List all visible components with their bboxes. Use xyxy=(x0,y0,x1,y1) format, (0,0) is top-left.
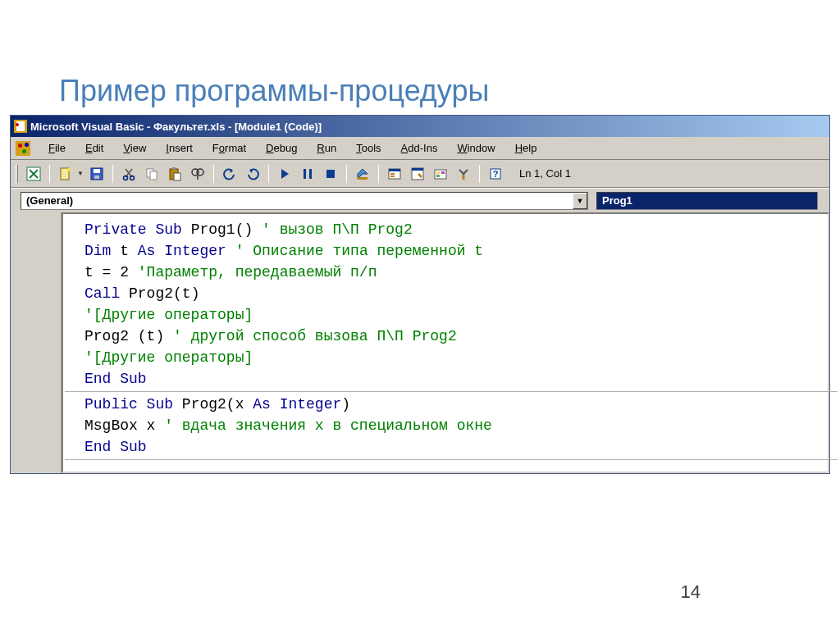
separator-icon xyxy=(346,165,347,183)
separator-icon xyxy=(268,165,269,183)
object-browser-button[interactable] xyxy=(430,163,451,185)
svg-rect-11 xyxy=(172,167,176,170)
procedure-separator xyxy=(65,391,838,392)
slide-title: Пример программы-процедуры xyxy=(59,74,489,108)
reset-button[interactable] xyxy=(320,163,341,185)
chevron-down-icon[interactable]: ▼ xyxy=(573,193,587,209)
code-editor[interactable]: Private Sub Prog1() ' вызов П\П Prog2 Di… xyxy=(62,212,829,473)
menu-run[interactable]: Run xyxy=(307,139,346,157)
procedure-combo-text: Prog1 xyxy=(597,194,817,207)
grip-icon xyxy=(16,165,18,183)
page-number: 14 xyxy=(681,581,701,603)
object-combo[interactable]: (General) ▼ xyxy=(21,192,588,210)
help-button[interactable]: ? xyxy=(485,163,506,185)
find-button[interactable] xyxy=(187,163,208,185)
separator-icon xyxy=(213,165,214,183)
svg-rect-17 xyxy=(326,170,335,178)
separator-icon xyxy=(479,165,480,183)
code-area: Private Sub Prog1() ' вызов П\П Prog2 Di… xyxy=(11,212,829,473)
menu-format[interactable]: Format xyxy=(203,139,256,157)
properties-button[interactable] xyxy=(407,163,428,185)
mdi-icon xyxy=(16,141,30,156)
menu-file[interactable]: File xyxy=(39,139,75,157)
procedure-separator xyxy=(65,459,838,460)
svg-point-2 xyxy=(67,168,71,171)
menu-insert[interactable]: Insert xyxy=(156,139,203,157)
margin-indicator-bar xyxy=(11,212,62,473)
separator-icon xyxy=(49,165,50,183)
svg-rect-27 xyxy=(441,171,445,174)
menu-addins[interactable]: Add-Ins xyxy=(391,139,448,157)
svg-rect-5 xyxy=(94,175,99,179)
object-combo-text: (General) xyxy=(21,194,573,207)
menu-help[interactable]: Help xyxy=(505,139,547,157)
menubar: File Edit View Insert Format Debug Run T… xyxy=(11,137,829,160)
separator-icon xyxy=(378,165,379,183)
object-proc-row: (General) ▼ Prog1 xyxy=(11,188,829,212)
menu-edit[interactable]: Edit xyxy=(75,139,113,157)
menu-view[interactable]: View xyxy=(113,139,156,157)
svg-point-6 xyxy=(124,175,128,180)
new-button[interactable] xyxy=(55,163,76,185)
svg-rect-21 xyxy=(390,173,395,175)
menu-debug[interactable]: Debug xyxy=(256,139,307,157)
svg-rect-15 xyxy=(304,169,306,179)
new-dropdown[interactable]: ▼ xyxy=(76,163,84,185)
toolbox-button[interactable] xyxy=(453,163,474,185)
excel-icon[interactable] xyxy=(23,163,44,185)
svg-rect-18 xyxy=(358,177,368,180)
svg-rect-20 xyxy=(389,169,400,171)
svg-rect-24 xyxy=(412,168,423,171)
project-explorer-button[interactable] xyxy=(384,163,405,185)
svg-point-14 xyxy=(197,169,203,175)
titlebar-text: Microsoft Visual Basic - Факультет.xls -… xyxy=(30,121,322,133)
titlebar: Microsoft Visual Basic - Факультет.xls -… xyxy=(11,116,829,137)
vb-editor-window: Microsoft Visual Basic - Факультет.xls -… xyxy=(10,115,830,474)
run-button[interactable] xyxy=(274,163,295,185)
toolbar: ▼ xyxy=(11,160,829,188)
design-mode-button[interactable] xyxy=(352,163,373,185)
svg-rect-16 xyxy=(309,169,312,179)
save-button[interactable] xyxy=(86,163,107,185)
menu-tools[interactable]: Tools xyxy=(346,139,390,157)
svg-rect-4 xyxy=(94,169,100,173)
redo-button[interactable] xyxy=(242,163,263,185)
cursor-position: Ln 1, Col 1 xyxy=(519,167,571,180)
break-button[interactable] xyxy=(297,163,318,185)
undo-button[interactable] xyxy=(219,163,240,185)
copy-button[interactable] xyxy=(141,163,162,185)
paste-button[interactable] xyxy=(164,163,185,185)
svg-rect-12 xyxy=(174,173,180,180)
svg-rect-28 xyxy=(436,175,440,177)
svg-rect-26 xyxy=(436,171,440,174)
svg-rect-25 xyxy=(435,170,446,179)
svg-point-7 xyxy=(130,175,135,180)
procedure-combo[interactable]: Prog1 xyxy=(596,192,818,210)
svg-text:?: ? xyxy=(493,169,499,179)
app-icon xyxy=(14,120,27,133)
menu-window[interactable]: Window xyxy=(447,139,504,157)
separator-icon xyxy=(112,165,113,183)
svg-rect-9 xyxy=(150,171,157,180)
cut-button[interactable] xyxy=(118,163,139,185)
svg-rect-22 xyxy=(390,175,395,177)
